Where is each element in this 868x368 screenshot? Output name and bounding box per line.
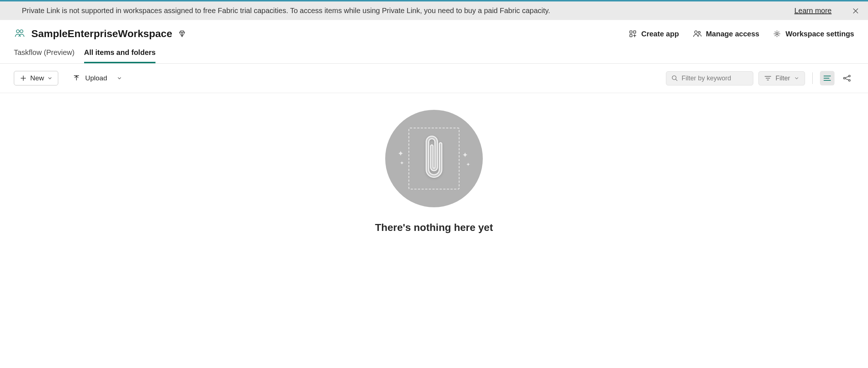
svg-point-7 [776, 33, 778, 35]
empty-state: ✦ ✦ ✦ ✦ There's nothing here yet [0, 93, 868, 233]
svg-rect-3 [634, 31, 636, 33]
svg-point-9 [844, 77, 845, 79]
upload-icon [73, 75, 80, 82]
lineage-view-button[interactable] [840, 71, 854, 85]
vertical-divider [812, 72, 813, 84]
create-app-label: Create app [641, 30, 679, 38]
toolbar-right: Filter [666, 71, 854, 85]
tab-taskflow[interactable]: Taskflow (Preview) [14, 48, 75, 63]
workspace-settings-label: Workspace settings [785, 30, 854, 38]
svg-point-8 [672, 76, 676, 80]
sparkle-icon: ✦ [462, 151, 468, 159]
svg-point-11 [849, 80, 851, 81]
filter-icon [765, 76, 771, 81]
learn-more-link[interactable]: Learn more [794, 7, 832, 15]
lineage-icon [843, 75, 851, 82]
app-icon [629, 30, 637, 38]
list-icon [823, 75, 831, 81]
upload-button[interactable]: Upload [69, 72, 125, 84]
manage-access-label: Manage access [706, 30, 760, 38]
empty-state-graphic: ✦ ✦ ✦ ✦ [385, 110, 483, 207]
chevron-down-icon [48, 76, 52, 80]
workspace-title: SampleEnterpriseWorkspace [31, 28, 172, 40]
new-label: New [30, 74, 44, 82]
svg-point-1 [20, 30, 23, 33]
sparkle-icon: ✦ [400, 160, 404, 166]
svg-point-5 [694, 31, 697, 33]
filter-input-wrap[interactable] [666, 71, 753, 85]
list-view-button[interactable] [820, 71, 835, 85]
filter-button[interactable]: Filter [758, 71, 805, 85]
svg-rect-4 [630, 35, 632, 37]
sparkle-icon: ✦ [398, 149, 404, 158]
chevron-down-icon [117, 76, 122, 80]
header-left: SampleEnterpriseWorkspace [14, 28, 186, 40]
toolbar: New Upload [0, 64, 868, 93]
plus-icon [20, 75, 27, 81]
workspace-settings-button[interactable]: Workspace settings [773, 30, 854, 38]
svg-point-10 [849, 75, 851, 77]
gear-icon [773, 30, 781, 38]
upload-label: Upload [85, 74, 107, 82]
header-actions: Create app Manage access Workspace set [629, 30, 854, 38]
filter-input[interactable] [682, 75, 748, 82]
tab-all-items[interactable]: All items and folders [84, 48, 156, 63]
empty-state-title: There's nothing here yet [375, 222, 493, 233]
chevron-down-icon [794, 76, 799, 80]
svg-point-0 [16, 30, 19, 33]
svg-rect-2 [630, 31, 632, 33]
svg-point-6 [698, 32, 700, 34]
people-icon [693, 30, 702, 38]
notification-banner: Private Link is not supported in workspa… [0, 1, 868, 20]
close-icon[interactable] [851, 6, 861, 16]
paperclip-icon [422, 133, 446, 184]
new-button[interactable]: New [14, 71, 58, 85]
tab-bar: Taskflow (Preview) All items and folders [0, 43, 868, 64]
banner-message: Private Link is not supported in workspa… [22, 7, 550, 15]
manage-access-button[interactable]: Manage access [693, 30, 760, 38]
diamond-icon [178, 30, 186, 38]
workspace-icon [14, 28, 25, 40]
search-icon [671, 75, 678, 81]
create-app-button[interactable]: Create app [629, 30, 679, 38]
sparkle-icon: ✦ [466, 161, 470, 167]
filter-label: Filter [776, 75, 790, 82]
workspace-header: SampleEnterpriseWorkspace Create app [0, 20, 868, 43]
